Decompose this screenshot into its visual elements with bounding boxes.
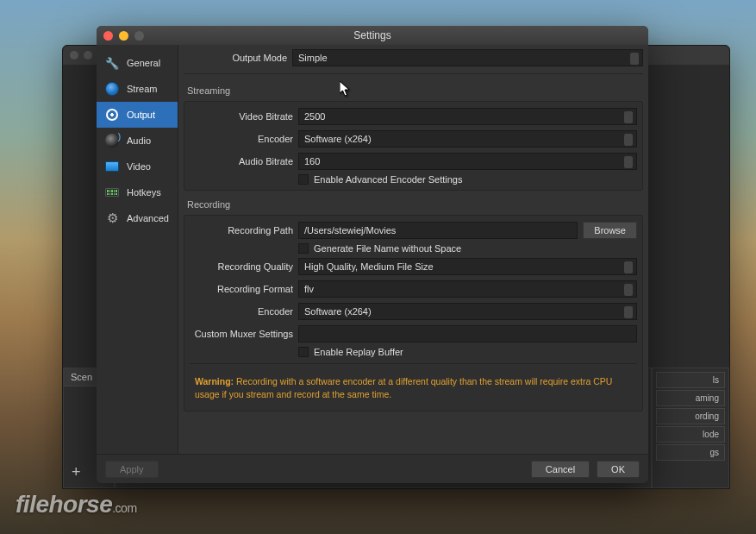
settings-window: Settings General Stream Output Audio Vid [97,26,648,483]
sidebar-item-audio[interactable]: Audio [97,128,178,154]
video-bitrate-input[interactable]: 2500 [298,108,637,125]
wrench-icon [103,56,121,70]
streaming-encoder-combo[interactable]: Software (x264) [298,130,637,148]
audio-bitrate-combo[interactable]: 160 [298,153,637,170]
bg-side-item[interactable]: ls [656,372,725,388]
close-icon[interactable] [103,31,113,41]
recording-format-label: Recording Format [190,284,293,294]
maximize-icon [134,31,144,41]
video-bitrate-label: Video Bitrate [190,111,293,122]
browse-button[interactable]: Browse [583,222,637,239]
advanced-encoder-checkbox[interactable] [298,174,309,185]
bg-right-panel: ls aming ording lode gs [652,368,729,488]
monitor-icon [103,160,121,173]
sidebar-item-label: General [127,58,160,68]
bg-side-item[interactable]: lode [656,426,725,443]
muxer-input[interactable] [298,325,637,342]
bg-side-item[interactable]: aming [656,390,725,406]
bg-traffic-light [84,51,92,60]
recording-quality-label: Recording Quality [190,261,293,272]
sidebar-item-label: Video [127,161,151,172]
recording-format-combo[interactable]: flv [298,280,637,298]
add-scene-button[interactable]: + [72,463,81,481]
speaker-icon [103,134,121,148]
gear-icon [103,211,121,225]
sidebar-item-label: Stream [127,84,157,94]
sidebar-item-advanced[interactable]: Advanced [97,205,178,231]
sidebar-item-label: Advanced [127,213,169,223]
streaming-section: Video Bitrate 2500 Encoder Software (x26… [184,101,643,191]
recording-quality-combo[interactable]: High Quality, Medium File Size [298,258,637,275]
dialog-footer: Apply Cancel OK [97,454,648,483]
gen-filename-checkbox[interactable] [298,243,309,254]
sidebar-item-output[interactable]: Output [97,102,178,128]
bg-side-item[interactable]: ording [656,408,725,424]
recording-encoder-combo[interactable]: Software (x264) [298,303,637,320]
streaming-header: Streaming [184,80,643,97]
sidebar-item-video[interactable]: Video [97,154,178,179]
recording-section: Recording Path /Users/stewiej/Movies Bro… [184,215,643,411]
broadcast-icon [103,108,121,122]
sidebar-item-label: Audio [127,135,151,146]
bg-side-item[interactable]: gs [656,444,725,461]
globe-icon [103,82,121,96]
sidebar-item-general[interactable]: General [97,50,178,76]
titlebar[interactable]: Settings [97,26,648,45]
sidebar-item-label: Hotkeys [127,187,161,198]
sidebar-item-label: Output [127,110,155,120]
filehorse-watermark: filehorse.com [16,491,137,518]
output-mode-combo[interactable]: Simple [292,49,643,66]
gen-filename-label: Generate File Name without Space [314,243,461,254]
encoder-label: Encoder [190,134,293,144]
cancel-button[interactable]: Cancel [531,461,590,478]
sidebar-item-hotkeys[interactable]: Hotkeys [97,179,178,205]
output-mode-label: Output Mode [184,53,287,63]
replay-buffer-label: Enable Replay Buffer [314,347,403,357]
recording-path-label: Recording Path [190,225,293,236]
recording-header: Recording [184,194,643,211]
apply-button: Apply [105,461,159,478]
bg-traffic-light [70,51,78,60]
settings-content: Output Mode Simple Streaming Video Bitra… [178,45,648,454]
settings-sidebar: General Stream Output Audio Video Hotkey… [97,45,178,454]
recording-path-input[interactable]: /Users/stewiej/Movies [298,222,578,239]
replay-buffer-checkbox[interactable] [298,347,309,357]
minimize-icon[interactable] [119,31,128,41]
keyboard-icon [103,185,121,199]
audio-bitrate-label: Audio Bitrate [190,156,293,166]
muxer-label: Custom Muxer Settings [190,329,293,339]
warning-text: Warning: Recording with a software encod… [190,370,637,405]
advanced-encoder-label: Enable Advanced Encoder Settings [314,174,462,185]
sidebar-item-stream[interactable]: Stream [97,76,178,102]
recording-encoder-label: Encoder [190,306,293,317]
window-title: Settings [97,29,648,41]
ok-button[interactable]: OK [597,461,640,478]
